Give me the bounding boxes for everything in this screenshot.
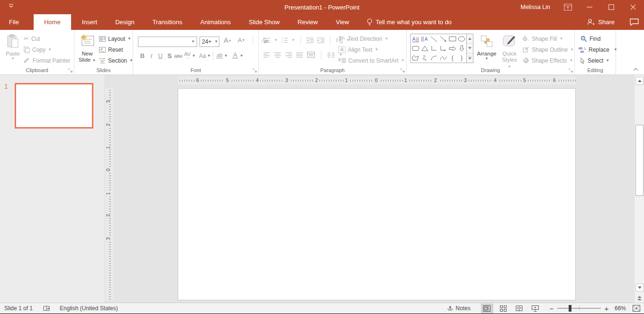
shapes-scroll-down-icon[interactable]: [467, 43, 473, 53]
drawing-dialog-launcher[interactable]: [569, 68, 573, 73]
character-spacing-button[interactable]: AV ↔: [183, 51, 192, 61]
tab-transitions[interactable]: Transitions: [145, 14, 190, 30]
font-color-dropdown-icon[interactable]: ▼: [240, 54, 244, 58]
shape-fill-button[interactable]: Shape Fill ▼: [523, 35, 563, 43]
shape-down-arrow[interactable]: [457, 44, 467, 53]
slide-thumbnail-1[interactable]: [15, 83, 93, 129]
convert-to-smartart-button[interactable]: Convert to SmartArt ▼: [338, 56, 405, 65]
bullets-icon[interactable]: [263, 37, 271, 43]
section-button[interactable]: Section ▼: [99, 56, 133, 65]
decrease-font-size-button[interactable]: A▼: [237, 35, 246, 45]
user-name[interactable]: Melissa Lin: [520, 4, 550, 10]
align-left-icon[interactable]: [263, 52, 270, 58]
minimize-button[interactable]: [582, 0, 597, 14]
zoom-slider-thumb[interactable]: [569, 305, 571, 312]
slide-canvas[interactable]: [178, 88, 576, 300]
shape-oval[interactable]: [457, 34, 467, 44]
tab-animations[interactable]: Animations: [193, 14, 238, 30]
font-size-dropdown-icon[interactable]: ▼: [213, 37, 219, 46]
shape-scribble[interactable]: [420, 53, 430, 63]
align-right-icon[interactable]: [285, 52, 292, 58]
previous-slide-icon[interactable]: [635, 294, 644, 302]
distribute-text-icon[interactable]: [307, 52, 315, 58]
shape-right-arrow[interactable]: [448, 44, 457, 53]
slide-indicator[interactable]: Slide 1 of 1: [4, 305, 33, 312]
format-painter-button[interactable]: Format Painter: [24, 56, 70, 65]
shape-triangle[interactable]: [420, 44, 430, 53]
shape-effects-button[interactable]: Shape Effects ▼: [523, 56, 573, 65]
character-spacing-dropdown-icon[interactable]: ▼: [192, 54, 196, 58]
shape-right-brace[interactable]: }: [457, 53, 467, 63]
shape-arc[interactable]: [429, 53, 439, 63]
font-name-dropdown-icon[interactable]: ▼: [190, 37, 197, 46]
shapes-scroll-up-icon[interactable]: [467, 34, 473, 43]
layout-button[interactable]: Layout ▼: [99, 35, 131, 43]
zoom-out-button[interactable]: −: [548, 305, 555, 313]
shape-arrow[interactable]: [439, 34, 448, 44]
shape-elbow-arrow-connector[interactable]: [439, 44, 448, 53]
comments-button[interactable]: [627, 15, 641, 29]
view-reading-button[interactable]: [513, 304, 526, 314]
justify-icon[interactable]: [296, 52, 303, 58]
change-case-button[interactable]: Aa: [198, 51, 207, 61]
shapes-more-icon[interactable]: [467, 53, 473, 63]
increase-font-size-button[interactable]: A▲: [223, 35, 232, 45]
font-size-combobox[interactable]: 24+ ▼: [200, 37, 219, 47]
tab-home[interactable]: Home: [34, 14, 71, 30]
text-direction-button[interactable]: A Text Direction ▼: [338, 35, 389, 43]
collapse-ribbon-icon[interactable]: [633, 68, 638, 71]
underline-button[interactable]: U: [156, 51, 165, 61]
tell-me-box[interactable]: Tell me what you want to do: [364, 14, 454, 30]
scroll-up-icon[interactable]: [635, 77, 644, 85]
reset-button[interactable]: Reset: [99, 46, 123, 54]
change-case-dropdown-icon[interactable]: ▼: [207, 54, 211, 58]
zoom-in-button[interactable]: +: [603, 305, 610, 313]
zoom-percentage[interactable]: 66%: [615, 305, 626, 312]
share-button[interactable]: Share: [587, 18, 615, 26]
paragraph-dialog-launcher[interactable]: [400, 68, 405, 73]
view-slideshow-button[interactable]: [529, 304, 542, 314]
text-shadow-button[interactable]: S: [165, 51, 174, 61]
tab-insert[interactable]: Insert: [75, 14, 105, 30]
numbering-dropdown-icon[interactable]: ▼: [291, 38, 295, 42]
bullets-dropdown-icon[interactable]: ▼: [274, 38, 278, 42]
view-slide-sorter-button[interactable]: [497, 304, 509, 314]
scroll-down-icon[interactable]: [635, 284, 644, 292]
shape-left-brace[interactable]: {: [448, 53, 457, 63]
decrease-indent-icon[interactable]: [306, 37, 314, 43]
scrollbar-thumb[interactable]: [635, 125, 644, 196]
find-button[interactable]: Find: [581, 35, 600, 43]
tab-file[interactable]: File: [1, 14, 27, 30]
language-indicator[interactable]: English (United States): [60, 305, 118, 312]
spell-check-icon[interactable]: [43, 305, 50, 312]
new-slide-button[interactable]: New Slide ▼: [77, 33, 97, 63]
highlight-color-button[interactable]: ab: [215, 51, 224, 61]
shape-outline-button[interactable]: Shape Outline ▼: [523, 46, 574, 54]
highlight-dropdown-icon[interactable]: ▼: [224, 54, 228, 58]
shape-text-box[interactable]: A: [411, 34, 420, 44]
copy-button[interactable]: Copy ▼: [24, 46, 52, 54]
notes-button[interactable]: Notes: [447, 305, 471, 312]
maximize-button[interactable]: [604, 0, 618, 14]
columns-icon[interactable]: [327, 52, 335, 58]
shape-elbow-connector[interactable]: [429, 44, 439, 53]
shape-rounded-rectangle[interactable]: [411, 44, 420, 53]
select-button[interactable]: Select ▼: [581, 56, 609, 65]
close-button[interactable]: [626, 0, 640, 14]
tab-slide-show[interactable]: Slide Show: [242, 14, 287, 30]
cut-button[interactable]: ✂ Cut: [24, 35, 40, 43]
numbering-icon[interactable]: [281, 37, 288, 43]
arrange-button[interactable]: Arrange ▼: [477, 33, 497, 61]
tab-review[interactable]: Review: [290, 14, 325, 30]
italic-button[interactable]: I: [147, 51, 156, 61]
view-normal-button[interactable]: [481, 304, 493, 314]
font-dialog-launcher[interactable]: [253, 68, 257, 73]
increase-indent-icon[interactable]: [317, 37, 325, 43]
zoom-slider-track[interactable]: [557, 308, 601, 309]
bold-button[interactable]: B: [138, 51, 147, 61]
font-name-combobox[interactable]: ▼: [138, 37, 197, 47]
quick-styles-button[interactable]: Quick Styles ▼: [499, 33, 519, 69]
fit-slide-to-window-icon[interactable]: [633, 305, 640, 312]
strikethrough-button[interactable]: abc: [174, 51, 183, 61]
font-color-button[interactable]: A: [231, 51, 240, 61]
